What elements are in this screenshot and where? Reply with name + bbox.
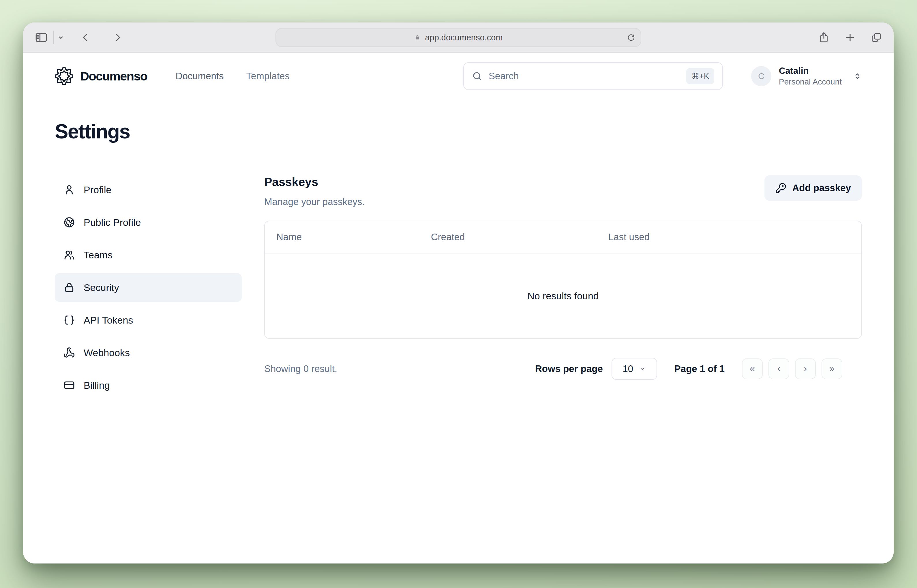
key-icon bbox=[775, 183, 786, 194]
add-passkey-button[interactable]: Add passkey bbox=[764, 175, 862, 201]
sidebar-item-label: Billing bbox=[84, 380, 110, 391]
rows-per-page-label: Rows per page bbox=[535, 363, 603, 374]
brand-name: Documenso bbox=[80, 69, 147, 83]
documenso-logo-icon bbox=[55, 67, 73, 86]
account-menu[interactable]: C Catalin Personal Account bbox=[751, 65, 862, 87]
empty-state-message: No results found bbox=[265, 254, 861, 338]
passkeys-description: Manage your passkeys. bbox=[264, 196, 365, 207]
search-box[interactable]: ⌘+K bbox=[463, 62, 723, 90]
nav-item-templates[interactable]: Templates bbox=[246, 71, 289, 82]
settings-sidebar: Profile Public Profile bbox=[55, 175, 242, 400]
sidebar-item-teams[interactable]: Teams bbox=[55, 241, 242, 269]
sidebar-item-label: Security bbox=[84, 282, 119, 293]
page-indicator: Page 1 of 1 bbox=[674, 363, 725, 374]
chevrons-up-down-icon bbox=[853, 71, 862, 81]
sidebar-toggle-icon[interactable] bbox=[35, 31, 48, 44]
lock-icon bbox=[63, 282, 75, 293]
tab-overview-icon[interactable] bbox=[870, 32, 882, 43]
sidebar-item-label: Webhooks bbox=[84, 347, 130, 359]
last-page-button[interactable]: » bbox=[822, 359, 842, 379]
passkeys-panel: Passkeys Manage your passkeys. Add passk… bbox=[264, 175, 862, 400]
new-tab-icon[interactable] bbox=[844, 32, 856, 43]
address-bar[interactable]: app.documenso.com bbox=[275, 28, 641, 47]
app-header: Documenso Documents Templates ⌘+K bbox=[55, 62, 862, 90]
browser-toolbar: app.documenso.com bbox=[23, 23, 894, 53]
credit-card-icon bbox=[63, 380, 75, 391]
back-button[interactable] bbox=[79, 32, 91, 43]
pagination: « ‹ › » bbox=[742, 359, 842, 379]
sidebar-item-label: API Tokens bbox=[84, 315, 133, 326]
sidebar-item-profile[interactable]: Profile bbox=[55, 175, 242, 204]
browser-window: app.documenso.com bbox=[23, 23, 894, 564]
search-icon bbox=[472, 71, 482, 81]
share-icon[interactable] bbox=[818, 32, 830, 43]
refresh-icon[interactable] bbox=[627, 33, 636, 42]
previous-page-button[interactable]: ‹ bbox=[768, 359, 789, 379]
table-footer: Showing 0 result. Rows per page 10 bbox=[264, 358, 862, 380]
account-name: Catalin bbox=[779, 65, 842, 77]
search-input[interactable] bbox=[488, 71, 680, 82]
chevron-down-icon[interactable] bbox=[57, 34, 65, 41]
chevron-down-icon bbox=[639, 365, 646, 372]
forward-button[interactable] bbox=[113, 32, 123, 43]
sidebar-item-security[interactable]: Security bbox=[55, 273, 242, 302]
page-title: Settings bbox=[55, 120, 862, 143]
app-content: Documenso Documents Templates ⌘+K bbox=[23, 53, 894, 564]
passkeys-heading: Passkeys bbox=[264, 175, 365, 189]
brand[interactable]: Documenso bbox=[55, 67, 147, 86]
column-header-created: Created bbox=[419, 231, 597, 242]
sidebar-item-api-tokens[interactable]: API Tokens bbox=[55, 306, 242, 334]
sidebar-item-label: Profile bbox=[84, 184, 112, 195]
user-icon bbox=[63, 184, 75, 195]
toolbar-divider bbox=[53, 31, 53, 44]
globe-icon bbox=[63, 216, 75, 228]
table-header-row: Name Created Last used bbox=[265, 221, 861, 254]
tls-lock-icon bbox=[414, 34, 421, 41]
sidebar-item-public-profile[interactable]: Public Profile bbox=[55, 208, 242, 237]
sidebar-item-label: Teams bbox=[84, 249, 113, 261]
avatar: C bbox=[751, 66, 771, 86]
sidebar-item-webhooks[interactable]: Webhooks bbox=[55, 338, 242, 367]
account-type: Personal Account bbox=[779, 77, 842, 87]
first-page-button[interactable]: « bbox=[742, 359, 763, 379]
search-shortcut-badge: ⌘+K bbox=[686, 68, 714, 84]
passkeys-table: Name Created Last used No results found bbox=[264, 221, 862, 339]
add-passkey-label: Add passkey bbox=[792, 183, 851, 194]
url-text: app.documenso.com bbox=[425, 33, 503, 42]
desktop-background: app.documenso.com bbox=[0, 0, 917, 588]
column-header-name: Name bbox=[265, 231, 419, 242]
webhook-icon bbox=[63, 347, 75, 359]
braces-icon bbox=[63, 314, 75, 326]
rows-per-page-select[interactable]: 10 bbox=[611, 358, 657, 380]
results-summary: Showing 0 result. bbox=[264, 363, 337, 374]
sidebar-item-billing[interactable]: Billing bbox=[55, 371, 242, 400]
rows-per-page-value: 10 bbox=[623, 363, 633, 374]
next-page-button[interactable]: › bbox=[795, 359, 816, 379]
nav-item-documents[interactable]: Documents bbox=[176, 71, 224, 82]
column-header-last-used: Last used bbox=[597, 231, 861, 242]
sidebar-item-label: Public Profile bbox=[84, 217, 141, 228]
main-nav: Documents Templates bbox=[176, 71, 289, 82]
users-icon bbox=[63, 249, 75, 261]
